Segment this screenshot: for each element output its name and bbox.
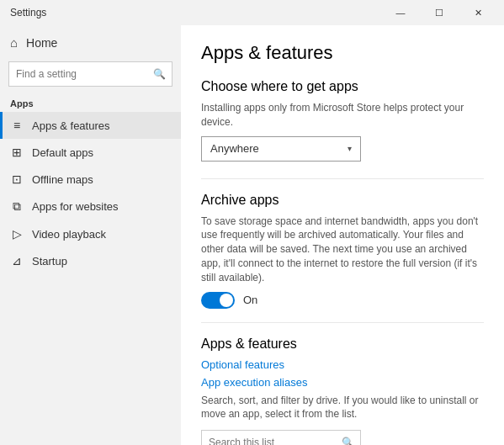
apps-features-icon: ≡: [10, 119, 24, 132]
minimize-button[interactable]: —: [381, 0, 420, 25]
home-icon: ⌂: [10, 35, 18, 50]
sidebar-item-apps-features[interactable]: ≡ Apps & features: [0, 112, 181, 139]
sidebar-item-home[interactable]: ⌂ Home: [0, 29, 181, 56]
dropdown-value: Anywhere: [210, 142, 259, 155]
close-button[interactable]: ✕: [459, 0, 497, 25]
divider-2: [201, 322, 484, 323]
window-title: Settings: [10, 7, 46, 19]
apps-websites-icon: ⧉: [10, 199, 24, 214]
archive-section-desc: To save storage space and internet bandw…: [201, 215, 484, 285]
startup-icon: ⊿: [10, 254, 24, 268]
main-content: Apps & features Choose where to get apps…: [181, 25, 504, 445]
divider-1: [201, 178, 484, 179]
choose-section-title: Choose where to get apps: [201, 79, 484, 94]
apps-features-label: Apps & features: [32, 119, 110, 132]
search-list-container: 🔍: [201, 430, 484, 445]
sidebar-item-startup[interactable]: ⊿ Startup: [0, 247, 181, 274]
sidebar-item-apps-websites[interactable]: ⧉ Apps for websites: [0, 193, 181, 220]
sidebar-search-container: 🔍: [8, 61, 172, 87]
content-area: ⌂ Home 🔍 Apps ≡ Apps & features ⊞ Defaul…: [0, 25, 504, 445]
search-list-icon: 🔍: [342, 437, 354, 445]
startup-label: Startup: [32, 255, 67, 268]
sidebar-home-label: Home: [26, 36, 57, 50]
default-apps-label: Default apps: [32, 146, 93, 159]
search-list-input[interactable]: [201, 430, 361, 445]
video-playback-icon: ▷: [10, 227, 24, 241]
sidebar-item-video-playback[interactable]: ▷ Video playback: [0, 220, 181, 247]
window-controls: — ☐ ✕: [381, 0, 497, 25]
settings-window: Settings — ☐ ✕ ⌂ Home 🔍 Apps ≡: [0, 0, 504, 445]
offline-maps-icon: ⊡: [10, 172, 24, 186]
anywhere-dropdown[interactable]: Anywhere ▾: [201, 136, 361, 162]
dropdown-container: Anywhere ▾: [201, 136, 484, 162]
app-execution-link[interactable]: App execution aliases: [201, 376, 484, 389]
toggle-knob: [220, 294, 233, 307]
video-playback-label: Video playback: [32, 228, 106, 241]
archive-section-title: Archive apps: [201, 193, 484, 208]
sidebar-item-default-apps[interactable]: ⊞ Default apps: [0, 139, 181, 166]
apps-websites-label: Apps for websites: [32, 200, 119, 213]
search-desc: Search, sort, and filter by drive. If yo…: [201, 394, 484, 422]
choose-section-desc: Installing apps only from Microsoft Stor…: [201, 101, 484, 130]
sidebar-search-input[interactable]: [8, 61, 172, 87]
apps-features-section-title: Apps & features: [201, 336, 484, 352]
archive-toggle-label: On: [243, 294, 257, 306]
title-bar: Settings — ☐ ✕: [0, 0, 504, 25]
archive-toggle-row: On: [201, 292, 484, 309]
archive-toggle[interactable]: [201, 292, 235, 309]
default-apps-icon: ⊞: [10, 146, 24, 159]
offline-maps-label: Offline maps: [32, 173, 93, 186]
dropdown-arrow-icon: ▾: [347, 144, 352, 153]
optional-features-link[interactable]: Optional features: [201, 358, 484, 371]
sidebar-section-label: Apps: [0, 92, 181, 112]
sidebar-search-icon: 🔍: [153, 68, 166, 80]
maximize-button[interactable]: ☐: [420, 0, 459, 25]
sidebar: ⌂ Home 🔍 Apps ≡ Apps & features ⊞ Defaul…: [0, 25, 181, 445]
page-title: Apps & features: [201, 42, 484, 64]
sidebar-item-offline-maps[interactable]: ⊡ Offline maps: [0, 166, 181, 193]
